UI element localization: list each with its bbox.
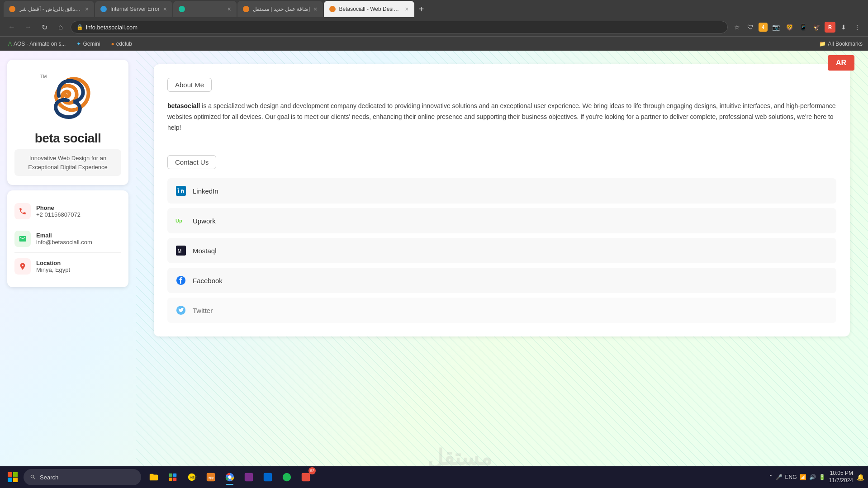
back-button[interactable]: ← bbox=[5, 21, 18, 33]
forward-button[interactable]: → bbox=[22, 21, 34, 33]
bookmark-edclub-icon: ● bbox=[111, 41, 114, 47]
bookmark-aos-label: AOS - Animate on s... bbox=[14, 41, 66, 47]
extension-badge: 4 bbox=[759, 23, 768, 32]
svg-rect-11 bbox=[169, 474, 172, 477]
address-bar[interactable]: 🔒 info.betasociall.com bbox=[71, 21, 728, 33]
app3-icon: ABC bbox=[187, 472, 197, 482]
linkedin-name: LinkedIn bbox=[193, 187, 218, 195]
tab-1[interactable]: تنسيق حدائق بالرياض - أفضل شر × bbox=[4, 1, 94, 17]
tab-1-close[interactable]: × bbox=[85, 5, 89, 13]
taskbar-app4[interactable]: app bbox=[202, 468, 220, 486]
extension2-button[interactable]: 🦅 bbox=[811, 22, 822, 33]
tab-1-icon bbox=[9, 6, 15, 12]
new-tab-button[interactable]: + bbox=[415, 3, 428, 15]
shield-button[interactable]: 🛡 bbox=[745, 22, 756, 33]
taskbar-search[interactable]: Search bbox=[24, 469, 141, 485]
svg-point-23 bbox=[283, 473, 291, 481]
phone-label: Phone bbox=[36, 204, 81, 211]
taskbar: Search ABC app bbox=[0, 466, 868, 488]
location-row: Location Minya, Egypt bbox=[14, 253, 121, 280]
upwork-link[interactable]: Up Upwork bbox=[167, 208, 836, 233]
volume-icon[interactable]: 🔊 bbox=[809, 474, 816, 480]
taskbar-app6[interactable] bbox=[259, 468, 277, 486]
tab-2[interactable]: Internal Server Error × bbox=[95, 1, 172, 17]
svg-rect-13 bbox=[169, 478, 172, 481]
svg-rect-9 bbox=[8, 478, 12, 482]
twitter-link[interactable]: Twitter bbox=[167, 298, 836, 323]
browser-chrome: تنسيق حدائق بالرياض - أفضل شر × Internal… bbox=[0, 0, 868, 51]
all-bookmarks-button[interactable]: 📁 All Bookmarks bbox=[819, 41, 863, 47]
email-label: Email bbox=[36, 232, 92, 239]
tab-5-close[interactable]: × bbox=[405, 5, 408, 13]
tab-4[interactable]: إضافة عمل جديد | مستقل × bbox=[237, 1, 323, 17]
bookmark-edclub-label: edclub bbox=[116, 41, 132, 47]
location-label: Location bbox=[36, 260, 70, 266]
contact-us-badge: Contact Us bbox=[167, 155, 216, 169]
home-button[interactable]: ⌂ bbox=[54, 21, 67, 33]
mostaql-link[interactable]: M Mostaql bbox=[167, 238, 836, 263]
tab-4-icon bbox=[243, 6, 249, 12]
main-content: About Me betasociall is a specialized we… bbox=[136, 51, 868, 488]
phone-icon-wrap bbox=[14, 203, 31, 219]
mobile-button[interactable]: 📱 bbox=[797, 22, 808, 33]
wifi-icon[interactable]: 📶 bbox=[800, 474, 806, 480]
taskbar-app3[interactable]: ABC bbox=[183, 468, 201, 486]
battery-icon[interactable]: 🔋 bbox=[819, 474, 825, 480]
email-icon bbox=[19, 235, 27, 243]
taskbar-app7[interactable] bbox=[278, 468, 296, 486]
linkedin-link[interactable]: LinkedIn bbox=[167, 178, 836, 204]
tab-4-label: إضافة عمل جديد | مستقل bbox=[253, 6, 310, 12]
search-icon bbox=[30, 474, 36, 480]
bookmark-gemini-label: Gemini bbox=[83, 41, 100, 47]
notifications-button[interactable]: 🔔 bbox=[857, 474, 864, 481]
facebook-link[interactable]: Facebook bbox=[167, 268, 836, 293]
bookmark-star-button[interactable]: ☆ bbox=[731, 22, 742, 33]
svg-text:app: app bbox=[209, 475, 214, 479]
taskbar-app8[interactable]: 62 bbox=[297, 468, 315, 486]
taskbar-time[interactable]: 10:05 PM 11/7/2024 bbox=[829, 470, 853, 484]
reload-button[interactable]: ↻ bbox=[38, 21, 51, 33]
app4-icon: app bbox=[206, 472, 216, 482]
ar-language-button[interactable]: AR bbox=[828, 55, 854, 71]
camera-button[interactable]: 📷 bbox=[770, 22, 781, 33]
bookmark-aos[interactable]: A AOS - Animate on s... bbox=[5, 40, 68, 48]
phone-details: Phone +2 01156807072 bbox=[36, 204, 81, 218]
tab-3-close[interactable]: × bbox=[228, 5, 231, 13]
location-value: Minya, Egypt bbox=[36, 266, 70, 273]
tab-4-close[interactable]: × bbox=[313, 5, 317, 13]
extension1-button[interactable]: 🦁 bbox=[784, 22, 795, 33]
download-button[interactable]: ⬇ bbox=[838, 22, 849, 33]
bookmark-edclub[interactable]: ● edclub bbox=[108, 40, 135, 48]
tab-5[interactable]: Betasociall - Web Design & De... × bbox=[324, 1, 414, 17]
start-button[interactable] bbox=[4, 468, 22, 486]
upwork-icon: Up bbox=[175, 214, 187, 227]
mic-icon[interactable]: 🎤 bbox=[776, 474, 783, 480]
taskbar-app2[interactable] bbox=[164, 468, 182, 486]
taskbar-file-explorer[interactable] bbox=[145, 468, 163, 486]
tab-3[interactable]: × bbox=[173, 1, 237, 17]
svg-rect-14 bbox=[173, 478, 176, 481]
phone-row: Phone +2 01156807072 bbox=[14, 198, 121, 225]
tab-2-close[interactable]: × bbox=[163, 5, 167, 13]
svg-text:M: M bbox=[178, 249, 181, 254]
twitter-icon bbox=[175, 304, 187, 317]
email-value: info@betasociall.com bbox=[36, 239, 92, 246]
app8-icon bbox=[301, 472, 311, 482]
bookmark-gemini[interactable]: ✦ Gemini bbox=[74, 40, 103, 48]
location-icon bbox=[19, 262, 27, 270]
time-display: 10:05 PM bbox=[830, 470, 853, 477]
twitter-name: Twitter bbox=[193, 307, 213, 314]
mostaql-name: Mostaql bbox=[193, 247, 217, 255]
windows-logo bbox=[8, 472, 18, 482]
taskbar-chrome[interactable] bbox=[221, 468, 239, 486]
tab-5-label: Betasociall - Web Design & De... bbox=[339, 6, 402, 12]
menu-button[interactable]: ⋮ bbox=[852, 22, 863, 33]
taskbar-app5[interactable] bbox=[240, 468, 258, 486]
profile-button[interactable]: R bbox=[825, 22, 835, 33]
tab-2-icon bbox=[100, 6, 107, 12]
brand-logo: TM bbox=[38, 71, 97, 125]
profile-card: TM beta sociall Innovative Web Design fo… bbox=[7, 60, 128, 185]
chevron-up-icon[interactable]: ⌃ bbox=[768, 474, 773, 480]
svg-text:Up: Up bbox=[175, 218, 182, 223]
location-details: Location Minya, Egypt bbox=[36, 260, 70, 273]
